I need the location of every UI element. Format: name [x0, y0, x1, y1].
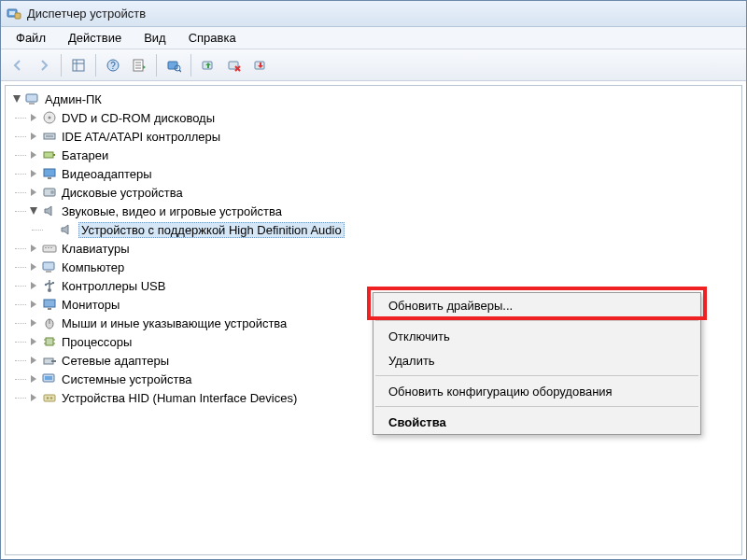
ctx-delete[interactable]: Удалить: [374, 348, 700, 372]
tree-item-label: Устройства HID (Human Interface Devices): [62, 391, 297, 405]
mouse-icon: [41, 315, 58, 330]
expander-icon[interactable]: [28, 392, 39, 403]
tree-item-keyboards[interactable]: Клавиатуры: [26, 239, 740, 258]
tree-item-ide[interactable]: IDE ATA/ATAPI контроллеры: [26, 127, 740, 146]
expander-icon[interactable]: [28, 336, 39, 347]
menu-file[interactable]: Файл: [5, 29, 57, 47]
toolbar-separator: [61, 54, 62, 77]
tree-item-sound[interactable]: Звуковые, видео и игровые устройства: [26, 202, 740, 220]
update-driver-button[interactable]: [196, 53, 220, 77]
tree-item-label: Дисковые устройства: [62, 186, 183, 200]
tree-item-label: DVD и CD-ROM дисководы: [62, 111, 215, 125]
svg-point-57: [47, 397, 49, 399]
expander-icon[interactable]: [11, 93, 22, 105]
svg-line-15: [179, 70, 181, 72]
display-adapter-icon: [41, 166, 58, 181]
context-menu: Обновить драйверы... Отключить Удалить О…: [373, 292, 701, 435]
svg-rect-33: [43, 245, 56, 252]
expander-icon[interactable]: [28, 373, 39, 385]
svg-point-32: [50, 190, 54, 194]
svg-rect-2: [15, 13, 21, 19]
usb-controller-icon: [41, 278, 58, 293]
ctx-scan-hardware[interactable]: Обновить конфигурацию оборудования: [374, 379, 700, 403]
cpu-icon: [41, 334, 58, 349]
expander-icon[interactable]: [28, 168, 39, 179]
uninstall-button[interactable]: [222, 53, 247, 77]
help-button[interactable]: ?: [101, 53, 125, 77]
forward-button[interactable]: [32, 53, 56, 77]
expander-icon[interactable]: [28, 112, 39, 123]
tree-item-label: Процессоры: [62, 335, 132, 349]
expander-icon[interactable]: [28, 280, 39, 291]
ctx-properties[interactable]: Свойства: [374, 410, 700, 434]
tree-root-label: Админ-ПК: [45, 92, 102, 106]
tree-item-label: Мыши и иные указывающие устройства: [62, 316, 287, 330]
svg-point-24: [49, 117, 51, 119]
back-button[interactable]: [6, 53, 30, 77]
properties-button[interactable]: [127, 53, 151, 77]
tree-item-hd-audio[interactable]: Устройство с поддержкой High Definition …: [43, 220, 740, 239]
ide-controller-icon: [41, 129, 58, 144]
toolbar-separator: [190, 54, 191, 77]
expander-icon[interactable]: [28, 131, 39, 142]
tree-item-video[interactable]: Видеоадаптеры: [26, 164, 740, 183]
expander-icon[interactable]: [28, 355, 39, 366]
expander-spacer: [45, 224, 56, 235]
tree-root[interactable]: Админ-ПК: [9, 90, 740, 108]
tree-item-label: Батареи: [62, 148, 108, 162]
tree-item-label: Мониторы: [62, 298, 120, 312]
svg-rect-43: [44, 300, 55, 307]
svg-point-41: [45, 284, 47, 286]
computer-icon: [24, 91, 41, 106]
tree-item-batteries[interactable]: Батареи: [26, 146, 740, 164]
title-bar: Диспетчер устройств: [1, 1, 746, 27]
svg-rect-47: [46, 338, 53, 345]
expander-icon[interactable]: [28, 149, 39, 161]
svg-rect-28: [53, 154, 55, 156]
menu-action[interactable]: Действие: [57, 29, 133, 47]
menu-help[interactable]: Справка: [177, 29, 247, 47]
tree-item-label: Видеоадаптеры: [62, 167, 152, 181]
svg-rect-56: [44, 395, 55, 401]
battery-icon: [41, 147, 58, 162]
window-title: Диспетчер устройств: [27, 7, 146, 21]
expander-icon[interactable]: [28, 299, 39, 310]
svg-marker-12: [143, 65, 146, 69]
ctx-divider: [375, 320, 698, 321]
tree-item-dvd[interactable]: DVD и CD-ROM дисководы: [26, 108, 740, 127]
hid-device-icon: [41, 390, 58, 405]
expander-icon[interactable]: [28, 205, 39, 217]
toolbar-separator: [95, 54, 96, 77]
tree-item-disks[interactable]: Дисковые устройства: [26, 183, 740, 202]
svg-rect-38: [46, 271, 51, 273]
svg-rect-55: [45, 376, 52, 380]
disable-button[interactable]: [248, 53, 273, 77]
ctx-disable[interactable]: Отключить: [374, 324, 700, 348]
svg-rect-29: [44, 169, 55, 176]
svg-rect-42: [52, 282, 54, 284]
expander-icon[interactable]: [28, 261, 39, 273]
svg-point-58: [50, 397, 53, 399]
app-icon: [7, 7, 21, 21]
device-manager-window: Диспетчер устройств Файл Действие Вид Сп…: [0, 0, 747, 560]
expander-icon[interactable]: [28, 317, 39, 329]
scan-hardware-button[interactable]: [162, 53, 186, 77]
system-device-icon: [41, 371, 58, 386]
svg-rect-3: [73, 60, 84, 71]
ctx-update-drivers[interactable]: Обновить драйверы...: [374, 293, 700, 317]
ctx-divider: [375, 375, 698, 376]
svg-rect-30: [48, 177, 51, 179]
network-adapter-icon: [41, 353, 58, 368]
svg-rect-27: [44, 152, 53, 158]
tree-item-computer[interactable]: Компьютер: [26, 258, 740, 276]
monitor-icon: [41, 297, 58, 312]
computer-icon: [41, 259, 58, 274]
menu-view[interactable]: Вид: [133, 29, 177, 47]
sound-device-icon: [41, 203, 58, 218]
expander-icon[interactable]: [28, 243, 39, 254]
show-hide-tree-button[interactable]: [66, 53, 91, 77]
expander-icon[interactable]: [28, 187, 39, 198]
toolbar-separator: [156, 54, 157, 77]
svg-text:?: ?: [110, 61, 116, 71]
svg-rect-53: [51, 360, 56, 362]
